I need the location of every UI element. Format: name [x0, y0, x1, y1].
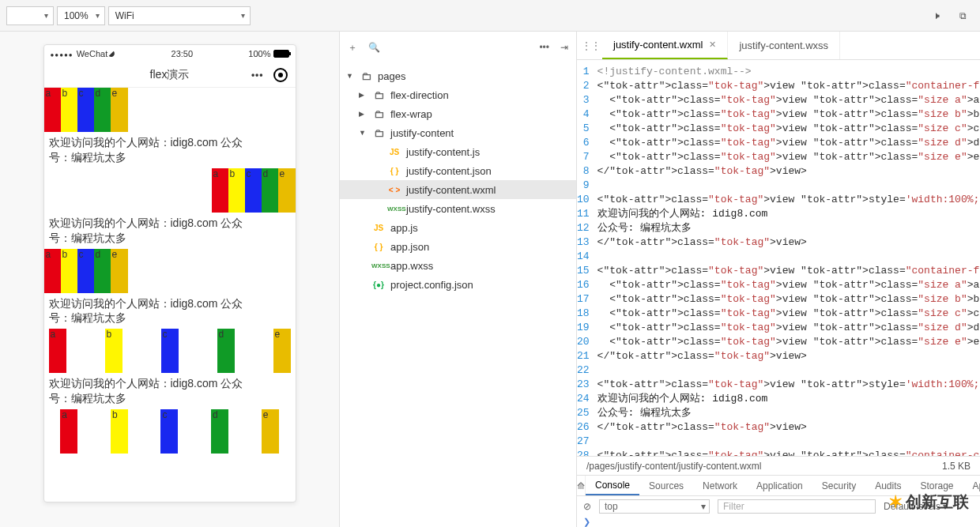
capsule-menu-icon[interactable]: •••	[251, 70, 264, 81]
phone-nav: flex演示 •••	[44, 62, 296, 88]
devtools-tab[interactable]: Sources	[639, 476, 693, 495]
detach-icon[interactable]: ⧉	[952, 5, 974, 27]
flex-around-row: a b c d e	[44, 409, 296, 454]
tree-file-wxss[interactable]: WXSSapp.wxss	[340, 256, 576, 275]
devtools-tab-console[interactable]: Console	[586, 476, 639, 495]
phone-body: a b c d e 欢迎访问我的个人网站：idig8.com 公众号：编程坑太多…	[44, 88, 296, 454]
file-explorer: ＋ 🔍 ••• ⇥ ▼pages ▶flex-direction ▶flex-w…	[340, 32, 577, 527]
search-icon[interactable]: 🔍	[368, 42, 380, 53]
tree-file-config[interactable]: {●}project.config.json	[340, 275, 576, 294]
mute-icon[interactable]: 🕨	[926, 5, 948, 27]
console-prompt[interactable]: ❯	[577, 517, 980, 527]
capsule-close-icon[interactable]	[273, 68, 288, 82]
flex-start-row: a b c d e	[44, 88, 296, 132]
top-toolbar: 100% WiFi 🕨 ⧉	[0, 0, 980, 32]
code-area[interactable]: <!justify-content.wxml--> <"tok-attr">cl…	[597, 60, 980, 456]
flex-end-row: a b c d e	[44, 168, 296, 213]
editor-status-bar: /pages/justify-content/justify-content.w…	[577, 456, 980, 475]
devtools-tab[interactable]: Network	[693, 476, 747, 495]
devtools-tab[interactable]: Security	[812, 476, 865, 495]
context-dropdown[interactable]: top	[599, 499, 710, 514]
network-dropdown[interactable]: WiFi	[108, 6, 251, 25]
tree-folder-pages[interactable]: ▼pages	[340, 66, 576, 85]
cell-c: c	[77, 88, 95, 132]
watermark-icon: ✶	[888, 492, 903, 513]
tree-file-json[interactable]: { }app.json	[340, 237, 576, 256]
tab-wxml[interactable]: justify-content.wxml✕	[602, 32, 728, 59]
phone-status-bar: WeChat 23:50 100%	[44, 45, 296, 62]
editor-panel: ⋮⋮ justify-content.wxml✕ justify-content…	[577, 32, 980, 527]
new-file-icon[interactable]: ＋	[348, 41, 357, 55]
caption-text: 欢迎访问我的个人网站：idig8.com 公众号：编程坑太多	[44, 132, 296, 168]
simulator-panel: WeChat 23:50 100% flex演示 ••• a b c d e	[0, 32, 340, 527]
watermark: ✶创新互联	[888, 491, 969, 513]
clear-console-icon[interactable]: ⊘	[583, 501, 591, 512]
devtools-tab[interactable]: Application	[747, 476, 812, 495]
flex-between-row: a b c d e	[44, 329, 296, 373]
inspect-icon[interactable]: ⟰	[577, 476, 586, 495]
file-explorer-toolbar: ＋ 🔍 ••• ⇥	[340, 32, 576, 63]
close-icon[interactable]: ✕	[709, 40, 716, 50]
file-size-label: 1.5 KB	[942, 461, 971, 472]
tab-scroll-handle[interactable]: ⋮⋮	[580, 32, 602, 59]
tree-file-js[interactable]: JSjustify-content.js	[340, 142, 576, 161]
cell-b: b	[61, 88, 78, 132]
carrier-label: WeChat	[77, 49, 108, 58]
cell-e: e	[111, 88, 128, 132]
more-icon[interactable]: •••	[539, 42, 549, 53]
tree-file-wxml[interactable]: < >justify-content.wxml	[340, 180, 576, 199]
device-dropdown[interactable]	[6, 6, 54, 25]
flex-center-row: a b c d e	[44, 249, 296, 293]
tab-wxss[interactable]: justify-content.wxss	[728, 32, 840, 59]
tree-folder[interactable]: ▼justify-content	[340, 123, 576, 142]
page-title: flex演示	[150, 68, 190, 82]
line-gutter: 1234567891011121314151617181920212223242…	[577, 60, 597, 456]
tree-folder[interactable]: ▶flex-wrap	[340, 104, 576, 123]
phone-preview: WeChat 23:50 100% flex演示 ••• a b c d e	[43, 44, 296, 503]
battery-label: 100%	[248, 49, 270, 58]
filter-input[interactable]: Filter	[718, 499, 876, 514]
editor-tabs: ⋮⋮ justify-content.wxml✕ justify-content…	[577, 32, 980, 60]
tree-file-json[interactable]: { }justify-content.json	[340, 161, 576, 180]
tree-file-wxss[interactable]: WXSSjustify-content.wxss	[340, 199, 576, 218]
tree-file-js[interactable]: JSapp.js	[340, 218, 576, 237]
cell-d: d	[94, 88, 111, 132]
clock-label: 23:50	[115, 49, 248, 58]
battery-icon	[273, 50, 289, 58]
tree-folder[interactable]: ▶flex-direction	[340, 85, 576, 104]
file-path-label: /pages/justify-content/justify-content.w…	[586, 461, 761, 472]
code-editor[interactable]: 1234567891011121314151617181920212223242…	[577, 60, 980, 456]
zoom-dropdown[interactable]: 100%	[57, 6, 105, 25]
cell-a: a	[44, 88, 62, 132]
collapse-panel-icon[interactable]: ⇥	[560, 42, 568, 53]
